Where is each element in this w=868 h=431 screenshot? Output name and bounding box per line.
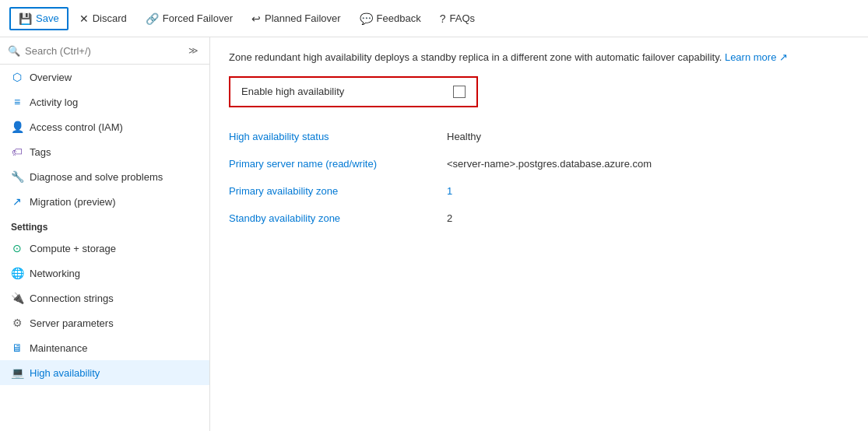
faqs-icon: ?: [440, 12, 446, 25]
discard-icon: ✕: [79, 12, 89, 25]
search-bar: 🔍 ≫: [0, 37, 209, 65]
ha-status-table: High availability status Healthy Primary…: [229, 123, 849, 232]
nav-diagnose[interactable]: 🔧 Diagnose and solve problems: [0, 164, 209, 189]
nav-activity-log[interactable]: ≡ Activity log: [0, 89, 209, 114]
forced-failover-button[interactable]: 🔗 Forced Failover: [138, 9, 241, 29]
planned-failover-button[interactable]: ↩ Planned Failover: [244, 9, 349, 29]
nav-activity-log-label: Activity log: [30, 96, 78, 108]
overview-icon: ⬡: [11, 71, 23, 83]
primary-az-value: 1: [447, 177, 849, 205]
table-row: Standby availability zone 2: [229, 205, 849, 232]
table-row: Primary availability zone 1: [229, 177, 849, 205]
save-button[interactable]: 💾 Save: [9, 7, 69, 30]
enable-ha-checkbox[interactable]: [453, 86, 466, 98]
nav-compute-storage[interactable]: ⊙ Compute + storage: [0, 236, 209, 261]
enable-ha-label: Enable high availability: [241, 86, 344, 97]
nav-server-parameters-label: Server parameters: [30, 317, 114, 329]
planned-failover-label: Planned Failover: [265, 12, 341, 24]
nav-high-availability[interactable]: 💻 High availability: [0, 360, 209, 385]
tags-icon: 🏷: [11, 145, 23, 158]
nav-access-control-label: Access control (IAM): [30, 121, 123, 133]
toolbar: 💾 Save ✕ Discard 🔗 Forced Failover ↩ Pla…: [0, 0, 868, 37]
nav-networking-label: Networking: [30, 268, 80, 279]
nav-migration-label: Migration (preview): [30, 196, 116, 208]
server-parameters-icon: ⚙: [11, 317, 23, 329]
save-icon: 💾: [19, 12, 32, 25]
info-text: Zone redundant high availability deploys…: [229, 50, 849, 65]
migration-icon: ↗: [11, 195, 23, 208]
sidebar: 🔍 ≫ ⬡ Overview ≡ Activity log 👤 Access c…: [0, 37, 210, 431]
nav-connection-strings[interactable]: 🔌 Connection strings: [0, 286, 209, 310]
nav-compute-storage-label: Compute + storage: [30, 243, 116, 254]
content-area: Zone redundant high availability deploys…: [210, 37, 868, 431]
standby-az-label: Standby availability zone: [229, 205, 447, 232]
planned-failover-icon: ↩: [251, 12, 261, 25]
nav-high-availability-label: High availability: [30, 367, 100, 379]
networking-icon: 🌐: [11, 267, 23, 279]
discard-button[interactable]: ✕ Discard: [72, 9, 135, 29]
collapse-icon[interactable]: ≫: [185, 44, 202, 58]
nav-tags-label: Tags: [30, 146, 51, 158]
search-input[interactable]: [25, 45, 181, 57]
diagnose-icon: 🔧: [11, 170, 23, 183]
nav-diagnose-label: Diagnose and solve problems: [30, 171, 163, 183]
primary-server-label: Primary server name (read/write): [229, 150, 447, 177]
table-row: High availability status Healthy: [229, 123, 849, 150]
faqs-label: FAQs: [449, 12, 475, 24]
search-icon: 🔍: [8, 45, 20, 57]
settings-section-header: Settings: [0, 214, 209, 236]
nav-overview-label: Overview: [30, 72, 72, 83]
nav-server-parameters[interactable]: ⚙ Server parameters: [0, 310, 209, 335]
access-control-icon: 👤: [11, 121, 23, 133]
nav-overview[interactable]: ⬡ Overview: [0, 65, 209, 89]
feedback-icon: 💬: [360, 12, 373, 25]
forced-failover-label: Forced Failover: [163, 12, 233, 24]
high-availability-icon: 💻: [11, 366, 23, 379]
save-label: Save: [36, 12, 59, 24]
ha-status-value: Healthy: [447, 123, 849, 150]
nav-migration[interactable]: ↗ Migration (preview): [0, 189, 209, 214]
activity-log-icon: ≡: [11, 96, 23, 108]
connection-strings-icon: 🔌: [11, 292, 23, 304]
main-layout: 🔍 ≫ ⬡ Overview ≡ Activity log 👤 Access c…: [0, 37, 868, 431]
discard-label: Discard: [93, 12, 127, 24]
feedback-label: Feedback: [377, 12, 421, 24]
nav-access-control[interactable]: 👤 Access control (IAM): [0, 114, 209, 139]
primary-az-label: Primary availability zone: [229, 177, 447, 205]
feedback-button[interactable]: 💬 Feedback: [352, 9, 429, 29]
faqs-button[interactable]: ? FAQs: [432, 9, 483, 29]
table-row: Primary server name (read/write) <server…: [229, 150, 849, 177]
learn-more-link[interactable]: Learn more ↗: [725, 51, 788, 63]
forced-failover-icon: 🔗: [146, 12, 159, 25]
enable-ha-box: Enable high availability: [229, 76, 478, 107]
nav-tags[interactable]: 🏷 Tags: [0, 139, 209, 164]
nav-maintenance-label: Maintenance: [30, 342, 87, 354]
ha-status-label: High availability status: [229, 123, 447, 150]
nav-connection-strings-label: Connection strings: [30, 293, 114, 304]
standby-az-value: 2: [447, 205, 849, 232]
nav-maintenance[interactable]: 🖥 Maintenance: [0, 335, 209, 360]
nav-networking[interactable]: 🌐 Networking: [0, 261, 209, 286]
primary-server-value: <server-name>.postgres.database.azure.co…: [447, 150, 849, 177]
compute-storage-icon: ⊙: [11, 242, 23, 254]
maintenance-icon: 🖥: [11, 342, 23, 354]
